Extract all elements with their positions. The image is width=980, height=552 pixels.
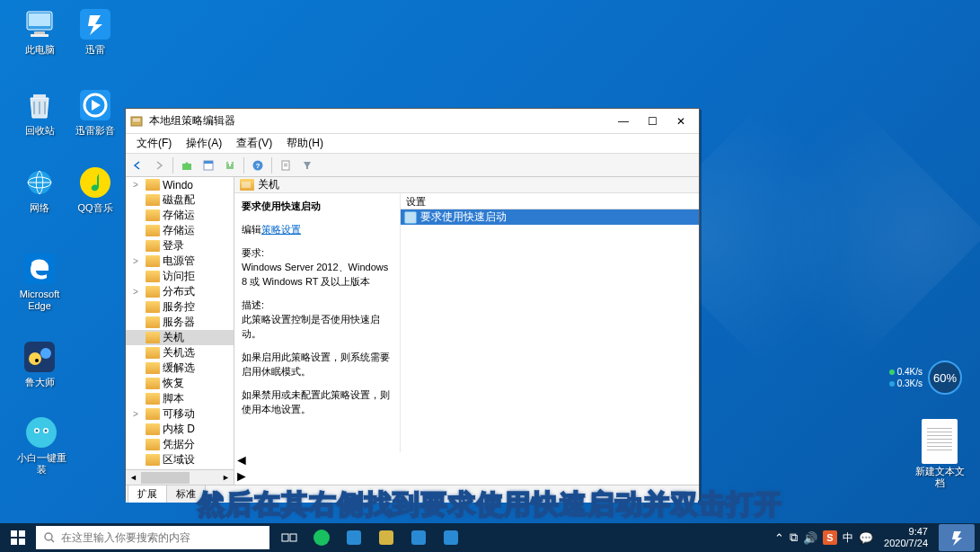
system-tray: ⌃ ⧉ 🔊 S 中 💬 9:47 2020/7/24 — [774, 523, 980, 552]
start-button[interactable] — [0, 523, 36, 552]
menu-file[interactable]: 文件(F) — [129, 134, 179, 153]
edit-policy-link[interactable]: 策略设置 — [261, 224, 301, 235]
props-button[interactable] — [199, 156, 218, 175]
svg-rect-27 — [204, 161, 213, 164]
funnel-button[interactable] — [297, 156, 317, 175]
search-input[interactable] — [61, 531, 262, 544]
menu-help[interactable]: 帮助(H) — [279, 134, 331, 153]
icon-label: 此电脑 — [12, 44, 67, 56]
tab-extended[interactable]: 扩展 — [128, 485, 167, 503]
tray-s-icon[interactable]: S — [823, 530, 837, 545]
policy-item-fast-startup[interactable]: 要求使用快速启动 — [401, 209, 699, 225]
tree-item[interactable]: 凭据分 — [126, 437, 234, 452]
menu-view[interactable]: 查看(V) — [229, 134, 279, 153]
desc-p1: 如果启用此策略设置，则系统需要启用休眠模式。 — [242, 350, 393, 378]
export-button[interactable] — [220, 156, 240, 175]
menu-action[interactable]: 操作(A) — [179, 134, 229, 153]
taskview-button[interactable] — [273, 523, 305, 552]
tree-pane[interactable]: >Windo磁盘配存储运存储运登录>电源管访问拒>分布式服务控服务器关机关机选缓… — [126, 177, 234, 485]
titlebar[interactable]: 本地组策略编辑器 — ☐ ✕ — [126, 109, 699, 134]
tree-item[interactable]: 存储运 — [126, 208, 234, 223]
tree-item[interactable]: 访问拒 — [126, 269, 234, 284]
tree-label: 区域设 — [163, 452, 195, 467]
tree-item[interactable]: >电源管 — [126, 254, 234, 269]
folder-icon — [146, 209, 160, 221]
tree-item[interactable]: 恢复 — [126, 376, 234, 391]
taskbar-search[interactable] — [36, 526, 269, 549]
tree-item[interactable]: 服务控 — [126, 299, 234, 315]
tree-item[interactable]: 服务器 — [126, 315, 234, 330]
tab-standard[interactable]: 标准 — [166, 485, 206, 503]
svg-rect-1 — [29, 13, 50, 26]
icon-label: 回收站 — [12, 125, 67, 137]
taskbar-app-4[interactable] — [402, 523, 435, 552]
tree-label: 内核 D — [163, 422, 195, 437]
policy-name: 要求使用快速启动 — [242, 199, 393, 213]
tree-label: 服务器 — [163, 315, 195, 330]
close-button[interactable]: ✕ — [667, 112, 695, 130]
svg-text:?: ? — [256, 162, 260, 170]
folder-icon — [146, 362, 160, 374]
tree-item[interactable]: >分布式 — [126, 284, 234, 299]
desktop-icon-network[interactable]: 网络 — [12, 164, 67, 214]
tray-chevron-icon[interactable]: ⌃ — [774, 531, 784, 545]
desktop-icon-xlyy[interactable]: 迅雷影音 — [67, 86, 123, 137]
desktop-icon-textfile[interactable]: 新建文本文档 — [913, 419, 967, 489]
filter-button[interactable] — [276, 156, 296, 175]
taskbar-app-5[interactable] — [435, 523, 467, 552]
net-speed-widget[interactable]: 0.4K/s 0.3K/s 60% — [889, 361, 962, 395]
desktop-icon-ludashi[interactable]: 鲁大师 — [12, 338, 67, 388]
tree-item[interactable]: 内核 D — [126, 422, 234, 437]
svg-point-15 — [40, 348, 51, 359]
back-button[interactable] — [128, 156, 147, 175]
tree-item[interactable]: 脚本 — [126, 391, 234, 406]
tree-item[interactable]: >可移动 — [126, 406, 234, 422]
tree-item[interactable]: 磁盘配 — [126, 192, 234, 208]
column-header[interactable]: 设置 — [401, 193, 699, 209]
tree-item[interactable]: 关机选 — [126, 345, 234, 361]
tree-item[interactable]: 缓解选 — [126, 361, 234, 376]
desktop-icon-recycle[interactable]: 回收站 — [12, 86, 67, 137]
folder-icon — [146, 271, 160, 282]
desktop-icon-thispc[interactable]: 此电脑 — [12, 5, 67, 56]
tree-item[interactable]: 存储运 — [126, 223, 234, 238]
tree-item[interactable]: 关机 — [126, 330, 234, 345]
desktop-icon-edge[interactable]: Microsoft Edge — [12, 250, 67, 312]
tray-volume-icon[interactable]: 🔊 — [803, 531, 817, 545]
tray-ime[interactable]: 中 — [843, 530, 853, 546]
svg-rect-32 — [284, 164, 287, 165]
svg-point-42 — [313, 530, 330, 546]
taskbar-xunlei-widget[interactable] — [939, 524, 975, 551]
svg-rect-40 — [282, 534, 288, 541]
edit-label: 编辑 — [242, 224, 261, 235]
detail-hscroll[interactable]: ◄► — [234, 452, 699, 485]
tree-label: 存储运 — [163, 208, 195, 223]
folder-icon — [146, 332, 160, 343]
desktop-icon-qqmusic[interactable]: QQ音乐 — [67, 164, 123, 214]
tree-label: 访问拒 — [163, 269, 195, 284]
help-button[interactable]: ? — [248, 156, 268, 175]
maximize-button[interactable]: ☐ — [638, 112, 667, 130]
icon-label: 迅雷影音 — [67, 125, 123, 137]
forward-button[interactable] — [149, 156, 169, 175]
taskbar-app-3[interactable] — [370, 523, 402, 552]
textfile-icon — [922, 419, 958, 464]
search-icon — [43, 531, 56, 544]
tree-item[interactable]: >Windo — [126, 177, 234, 192]
taskbar-app-1[interactable] — [305, 523, 338, 552]
svg-point-20 — [36, 430, 39, 432]
tree-label: 分布式 — [163, 284, 195, 299]
tray-notif-icon[interactable]: 💬 — [859, 531, 873, 545]
tray-net-icon[interactable]: ⧉ — [790, 530, 798, 545]
desktop-icon-xunlei[interactable]: 迅雷 — [67, 5, 123, 56]
taskbar-clock[interactable]: 9:47 2020/7/24 — [880, 526, 931, 549]
tree-item[interactable]: 区域设 — [126, 452, 234, 467]
folder-icon — [146, 255, 160, 267]
desktop-icon-xiaobai[interactable]: 小白一键重装 — [13, 414, 69, 476]
up-button[interactable] — [177, 156, 197, 175]
icon-label: Microsoft Edge — [12, 289, 67, 312]
minimize-button[interactable]: — — [609, 112, 638, 130]
taskbar-app-2[interactable] — [338, 523, 370, 552]
tree-hscroll[interactable]: ◄► — [126, 469, 234, 485]
tree-item[interactable]: 登录 — [126, 238, 234, 254]
